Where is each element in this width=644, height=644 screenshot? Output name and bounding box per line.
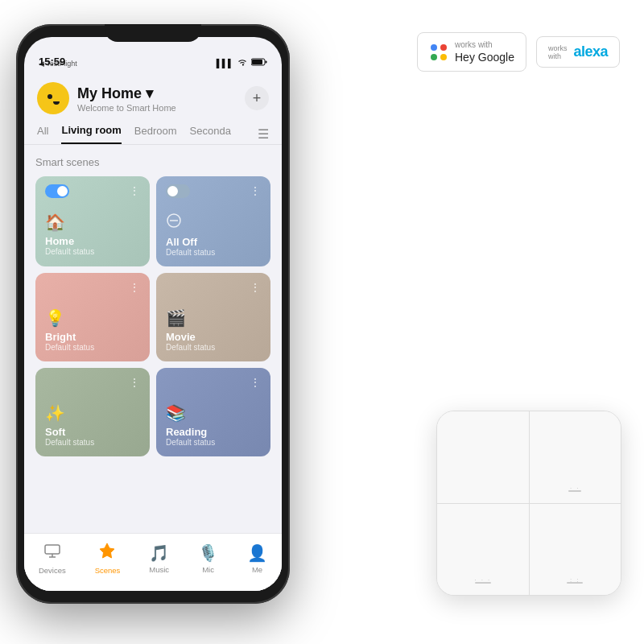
battery-icon <box>251 58 267 68</box>
scene-card-reading[interactable]: ⋮ 📚 Reading Default status <box>156 368 270 456</box>
switch-dots-br: : : <box>570 576 580 584</box>
nav-music-label: Music <box>149 565 169 574</box>
signal-icon: ▌▌▌ <box>217 59 233 68</box>
app-subtitle: Welcome to Smart Home <box>77 103 245 113</box>
scene-menu-soft[interactable]: ⋮ <box>129 376 140 389</box>
tab-living-room[interactable]: Living room <box>61 124 121 144</box>
scene-menu-alloff[interactable]: ⋮ <box>250 184 261 197</box>
nav-music[interactable]: 🎵 Music <box>149 543 169 574</box>
nav-scenes[interactable]: Scenes <box>95 542 121 575</box>
scene-name-soft: Soft <box>45 426 140 438</box>
scene-icon-soft: ✨ <box>45 403 140 423</box>
tab-seconda[interactable]: Seconda <box>190 125 231 143</box>
nav-devices[interactable]: Devices <box>39 542 66 575</box>
google-badge-text: works with Hey Google <box>455 39 514 64</box>
scene-card-soft[interactable]: ⋮ ✨ Soft Default status <box>35 368 150 456</box>
svg-marker-14 <box>100 543 114 558</box>
svg-point-8 <box>47 94 52 99</box>
switch-button-br[interactable]: : : <box>530 504 621 596</box>
badges-container: works with Hey Google works with alexa <box>417 32 620 72</box>
add-home-button[interactable]: + <box>245 86 269 110</box>
scene-status-movie: Default status <box>166 343 261 352</box>
scene-menu-bright[interactable]: ⋮ <box>129 281 140 294</box>
switch-button-bl[interactable]: · · · <box>437 504 529 596</box>
svg-point-0 <box>431 44 437 51</box>
scene-name-alloff: All Off <box>166 236 261 248</box>
switch-dots-tr: · · <box>570 485 580 492</box>
scenes-title: Smart scenes <box>35 156 270 168</box>
status-time: 15:59 <box>39 56 65 68</box>
scenes-section: Smart scenes ⋮ 🏠 Home Default status <box>24 145 282 456</box>
svg-rect-5 <box>252 60 262 64</box>
google-label: Hey Google <box>455 50 514 64</box>
alexa-with: with <box>548 52 561 60</box>
svg-point-3 <box>440 54 447 60</box>
scene-icon-bright: 💡 <box>45 308 140 328</box>
me-icon: 👤 <box>247 543 267 563</box>
scene-name-movie: Movie <box>166 331 261 343</box>
nav-mic[interactable]: 🎙️ Mic <box>198 543 218 574</box>
app-title: My Home ▾ <box>77 85 245 102</box>
tab-all[interactable]: All <box>37 125 48 143</box>
tab-menu-icon[interactable]: ☰ <box>258 126 269 142</box>
status-right: ▌▌▌ <box>217 58 267 68</box>
scene-card-bright[interactable]: ⋮ 💡 Bright Default status <box>35 273 150 361</box>
phone-screen: 15:59 ▌▌▌ ◀ TestFlight <box>24 37 282 591</box>
bottom-nav: Devices Scenes 🎵 Music 🎙️ Mic 👤 Me <box>24 533 282 591</box>
google-works-with: works with <box>455 39 514 50</box>
nav-me[interactable]: 👤 Me <box>247 543 267 574</box>
switch-button-tl[interactable] <box>437 411 529 503</box>
nav-me-label: Me <box>252 565 262 574</box>
scene-icon-movie: 🎬 <box>166 308 261 328</box>
scene-icon-reading: 📚 <box>166 403 261 423</box>
switch-device: · · · · · : : <box>436 411 621 596</box>
svg-rect-6 <box>266 61 267 64</box>
scene-icon-alloff <box>166 213 261 233</box>
svg-point-2 <box>431 54 437 60</box>
svg-point-7 <box>43 88 64 109</box>
app-content[interactable]: My Home ▾ Welcome to Smart Home + All Li… <box>24 72 282 591</box>
nav-devices-label: Devices <box>39 566 66 575</box>
svg-rect-11 <box>45 545 60 554</box>
devices-icon <box>43 542 61 564</box>
google-icon <box>429 43 448 62</box>
scenes-icon <box>98 542 116 564</box>
app-title-wrap: My Home ▾ Welcome to Smart Home <box>77 85 245 113</box>
scene-toggle-alloff[interactable] <box>166 184 190 198</box>
scene-name-home: Home <box>45 235 140 247</box>
phone-notch <box>105 24 201 42</box>
scene-name-bright: Bright <box>45 331 140 343</box>
scene-card-alloff[interactable]: ⋮ All Off Default status <box>156 176 270 266</box>
scene-status-bright: Default status <box>45 343 140 352</box>
scene-status-home: Default status <box>45 247 140 256</box>
scenes-grid: ⋮ 🏠 Home Default status ⋮ <box>35 176 270 456</box>
scene-menu-movie[interactable]: ⋮ <box>250 281 261 294</box>
app-logo <box>37 82 69 114</box>
scene-menu-reading[interactable]: ⋮ <box>250 376 261 389</box>
scene-name-reading: Reading <box>166 426 261 438</box>
app-header: My Home ▾ Welcome to Smart Home + <box>24 72 282 121</box>
scene-menu-home[interactable]: ⋮ <box>129 184 140 197</box>
status-bar: 15:59 ▌▌▌ <box>24 37 282 72</box>
scene-status-alloff: Default status <box>166 248 261 257</box>
svg-point-1 <box>440 44 447 51</box>
tab-bedroom[interactable]: Bedroom <box>134 125 177 143</box>
switch-dots-bl: · · · <box>474 576 491 584</box>
phone-device: 15:59 ▌▌▌ ◀ TestFlight <box>16 24 290 604</box>
mic-icon: 🎙️ <box>198 543 218 563</box>
alexa-badge: works with alexa <box>536 36 620 68</box>
alexa-icon-wrap: works with <box>548 44 568 60</box>
switch-button-tr[interactable]: · · <box>530 411 621 503</box>
scene-card-home[interactable]: ⋮ 🏠 Home Default status <box>35 176 150 266</box>
scene-card-movie[interactable]: ⋮ 🎬 Movie Default status <box>156 273 270 361</box>
scene-status-soft: Default status <box>45 438 140 447</box>
scene-status-reading: Default status <box>166 438 261 447</box>
switch-divider-vertical <box>529 411 530 595</box>
nav-mic-label: Mic <box>202 565 214 574</box>
wifi-icon <box>237 58 248 68</box>
alexa-logo: alexa <box>573 43 608 60</box>
nav-scenes-label: Scenes <box>95 566 121 575</box>
scene-toggle-home[interactable] <box>45 184 69 198</box>
scene-icon-home: 🏠 <box>45 213 140 232</box>
room-tabs: All Living room Bedroom Seconda ☰ <box>24 121 282 145</box>
